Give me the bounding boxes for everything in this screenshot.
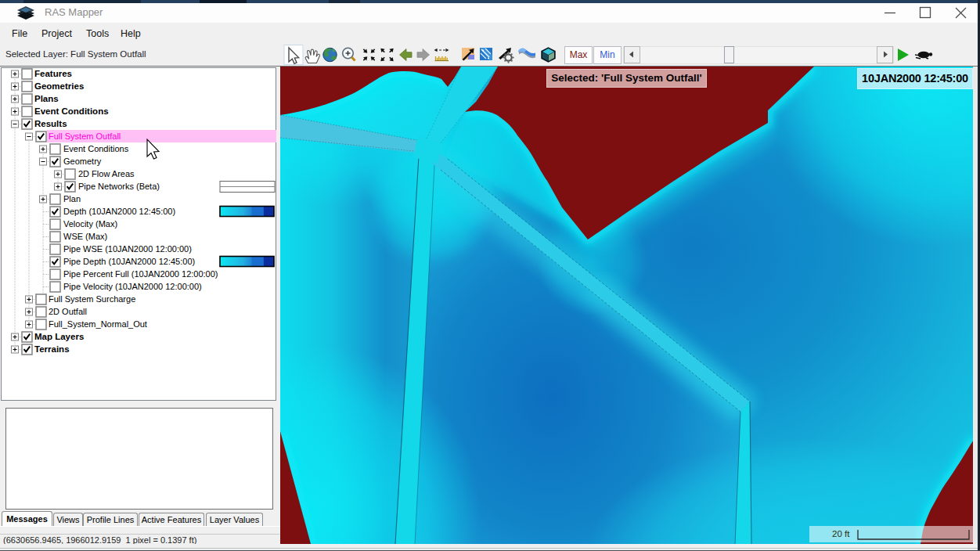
svg-text:Velocity (Max): Velocity (Max): [63, 219, 117, 229]
svg-text:Features: Features: [34, 69, 72, 78]
svg-text:Depth (10JAN2000 12:45:00): Depth (10JAN2000 12:45:00): [63, 207, 175, 216]
svg-text:Full System Outfall: Full System Outfall: [49, 131, 121, 141]
svg-text:Full_System_Normal_Out: Full_System_Normal_Out: [49, 319, 147, 329]
svg-text:Pipe Depth (10JAN2000 12:45:00: Pipe Depth (10JAN2000 12:45:00): [63, 257, 195, 266]
svg-text:Full System Surcharge: Full System Surcharge: [49, 294, 135, 304]
svg-text:WSE (Max): WSE (Max): [63, 232, 107, 241]
svg-text:Plan: Plan: [63, 194, 81, 203]
svg-text:Geometry: Geometry: [63, 157, 102, 166]
svg-text:2D Flow Areas: 2D Flow Areas: [78, 169, 135, 178]
svg-text:Map Layers: Map Layers: [34, 332, 84, 341]
svg-text:2D Outfall: 2D Outfall: [49, 307, 87, 316]
svg-text:Geometries: Geometries: [34, 81, 84, 91]
svg-text:Pipe Networks (Beta): Pipe Networks (Beta): [78, 182, 160, 191]
svg-text:Event Conditions: Event Conditions: [63, 144, 129, 153]
svg-text:Terrains: Terrains: [34, 344, 70, 354]
svg-text:Plans: Plans: [34, 94, 59, 103]
svg-text:Pipe WSE (10JAN2000 12:00:00): Pipe WSE (10JAN2000 12:00:00): [63, 244, 192, 254]
svg-text:Event Conditions: Event Conditions: [34, 106, 109, 116]
svg-text:Pipe Percent Full (10JAN2000 1: Pipe Percent Full (10JAN2000 12:00:00): [63, 269, 218, 279]
svg-text:Results: Results: [34, 119, 67, 128]
svg-text:Pipe Velocity (10JAN2000 12:00: Pipe Velocity (10JAN2000 12:00:00): [63, 282, 202, 291]
